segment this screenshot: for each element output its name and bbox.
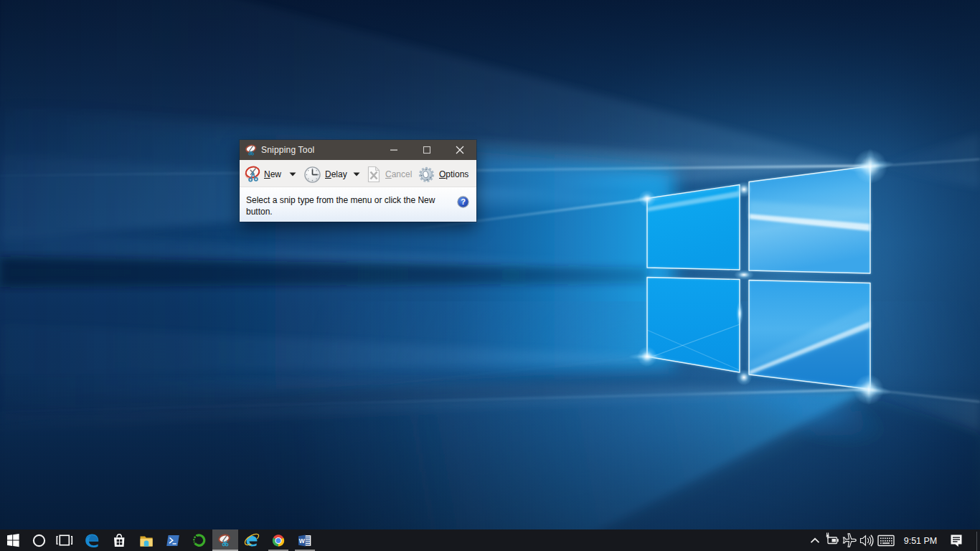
svg-text:?: ?: [461, 197, 466, 206]
svg-text:9:51 PM: 9:51 PM: [904, 536, 938, 546]
svg-text:W: W: [299, 537, 306, 545]
